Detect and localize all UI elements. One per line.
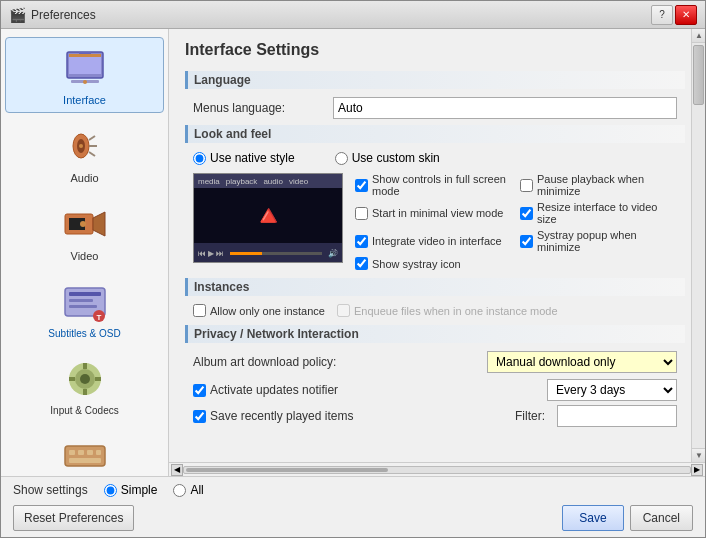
preview-menubar: media playback audio video — [194, 174, 342, 188]
enqueue-files-row[interactable]: Enqueue files when in one instance mode — [337, 304, 558, 317]
sidebar-item-subtitles[interactable]: T Subtitles & OSD — [5, 271, 164, 346]
right-panel: Interface Settings Language Menus langua… — [169, 29, 705, 476]
sidebar-item-audio[interactable]: Audio — [5, 115, 164, 191]
integrate-video-checkbox[interactable] — [355, 235, 368, 248]
resize-interface-checkbox[interactable] — [520, 207, 533, 220]
style-radio-row: Use native style Use custom skin — [193, 151, 677, 165]
menus-language-input[interactable] — [333, 97, 677, 119]
activate-updates-label: Activate updates notifier — [210, 383, 543, 397]
instances-section-header: Instances — [185, 278, 685, 296]
show-controls-checkbox-row[interactable]: Show controls in full screen mode — [355, 173, 512, 197]
allow-one-instance-row[interactable]: Allow only one instance — [193, 304, 325, 317]
systray-popup-checkbox[interactable] — [520, 235, 533, 248]
pause-playback-label: Pause playback when minimize — [537, 173, 677, 197]
show-settings-row: Show settings Simple All — [13, 483, 693, 497]
allow-one-instance-checkbox[interactable] — [193, 304, 206, 317]
reset-preferences-button[interactable]: Reset Preferences — [13, 505, 134, 531]
look-and-feel-section: Use native style Use custom skin — [185, 151, 685, 270]
svg-point-8 — [79, 144, 83, 148]
v-scroll-down-btn[interactable]: ▼ — [692, 448, 705, 462]
horizontal-scrollbar[interactable]: ◀ ▶ — [169, 462, 705, 476]
audio-label: Audio — [70, 172, 98, 184]
svg-line-11 — [89, 152, 95, 156]
svg-rect-30 — [69, 450, 75, 455]
close-button[interactable]: ✕ — [675, 5, 697, 25]
svg-rect-31 — [78, 450, 84, 455]
updates-frequency-select[interactable]: Every 3 days Every days Every week — [547, 379, 677, 401]
v-scroll-up-btn[interactable]: ▲ — [692, 29, 705, 43]
resize-interface-checkbox-row[interactable]: Resize interface to video size — [520, 201, 677, 225]
filter-label: Filter: — [515, 409, 545, 423]
v-scroll-thumb[interactable] — [693, 45, 704, 105]
integrate-video-checkbox-row[interactable]: Integrate video in interface — [355, 229, 512, 253]
show-systray-checkbox[interactable] — [355, 257, 368, 270]
sidebar-item-video[interactable]: Video — [5, 193, 164, 269]
window-title: Preferences — [31, 8, 651, 22]
save-recently-checkbox[interactable] — [193, 410, 206, 423]
all-settings-radio[interactable] — [173, 484, 186, 497]
settings-area: Interface Settings Language Menus langua… — [169, 29, 705, 462]
all-settings-option[interactable]: All — [173, 483, 203, 497]
native-style-option[interactable]: Use native style — [193, 151, 295, 165]
album-art-label: Album art download policy: — [193, 355, 487, 369]
bottom-bar: Show settings Simple All Reset Preferenc… — [1, 476, 705, 537]
save-recently-label: Save recently played items — [210, 409, 353, 423]
simple-settings-option[interactable]: Simple — [104, 483, 158, 497]
h-scroll-left-btn[interactable]: ◀ — [171, 464, 183, 476]
privacy-section-header: Privacy / Network Interaction — [185, 325, 685, 343]
v-scroll-track — [692, 43, 705, 448]
app-icon: 🎬 — [9, 7, 25, 23]
video-label: Video — [71, 250, 99, 262]
show-controls-label: Show controls in full screen mode — [372, 173, 512, 197]
input-icon — [61, 355, 109, 403]
systray-popup-checkbox-row[interactable]: Systray popup when minimize — [520, 229, 677, 253]
menus-language-label: Menus language: — [193, 101, 333, 115]
titlebar: 🎬 Preferences ? ✕ — [1, 1, 705, 29]
resize-interface-label: Resize interface to video size — [537, 201, 677, 225]
simple-settings-label: Simple — [121, 483, 158, 497]
settings-title: Interface Settings — [185, 41, 685, 59]
svg-rect-28 — [95, 377, 101, 381]
interface-icon — [61, 44, 109, 92]
enqueue-files-checkbox[interactable] — [337, 304, 350, 317]
svg-point-15 — [80, 221, 86, 227]
svg-rect-34 — [69, 458, 101, 463]
enqueue-files-label: Enqueue files when in one instance mode — [354, 305, 558, 317]
svg-rect-17 — [69, 292, 101, 296]
sidebar-item-input[interactable]: Input & Codecs — [5, 348, 164, 423]
custom-skin-option[interactable]: Use custom skin — [335, 151, 440, 165]
hotkeys-icon — [61, 432, 109, 476]
cancel-button[interactable]: Cancel — [630, 505, 693, 531]
native-style-radio[interactable] — [193, 152, 206, 165]
album-art-select[interactable]: Manual download only Always download Nev… — [487, 351, 677, 373]
h-scroll-thumb[interactable] — [186, 468, 388, 472]
svg-text:T: T — [96, 313, 101, 322]
pause-playback-checkbox[interactable] — [520, 179, 533, 192]
album-art-row: Album art download policy: Manual downlo… — [185, 351, 685, 373]
minimal-view-checkbox-row[interactable]: Start in minimal view mode — [355, 201, 512, 225]
h-scroll-track — [183, 466, 691, 474]
sidebar-item-interface[interactable]: Interface — [5, 37, 164, 113]
minimal-view-checkbox[interactable] — [355, 207, 368, 220]
privacy-section: Privacy / Network Interaction Album art … — [185, 325, 685, 427]
show-systray-checkbox-row[interactable]: Show systray icon — [355, 257, 512, 270]
filter-input[interactable] — [557, 405, 677, 427]
simple-settings-radio[interactable] — [104, 484, 117, 497]
preview-video-area: 🔺 — [194, 188, 342, 243]
all-settings-label: All — [190, 483, 203, 497]
button-row: Reset Preferences Save Cancel — [13, 505, 693, 531]
h-scroll-right-btn[interactable]: ▶ — [691, 464, 703, 476]
sidebar-item-hotkeys[interactable]: Hotkeys — [5, 425, 164, 476]
svg-point-24 — [80, 374, 90, 384]
activate-updates-checkbox[interactable] — [193, 384, 206, 397]
subtitles-icon: T — [61, 278, 109, 326]
svg-line-9 — [89, 136, 95, 140]
systray-popup-label: Systray popup when minimize — [537, 229, 677, 253]
show-controls-checkbox[interactable] — [355, 179, 368, 192]
help-button[interactable]: ? — [651, 5, 673, 25]
custom-skin-radio[interactable] — [335, 152, 348, 165]
preview-area: media playback audio video 🔺 ⏮ — [193, 173, 677, 270]
interface-label: Interface — [63, 94, 106, 106]
pause-playback-checkbox-row[interactable]: Pause playback when minimize — [520, 173, 677, 197]
save-button[interactable]: Save — [562, 505, 623, 531]
